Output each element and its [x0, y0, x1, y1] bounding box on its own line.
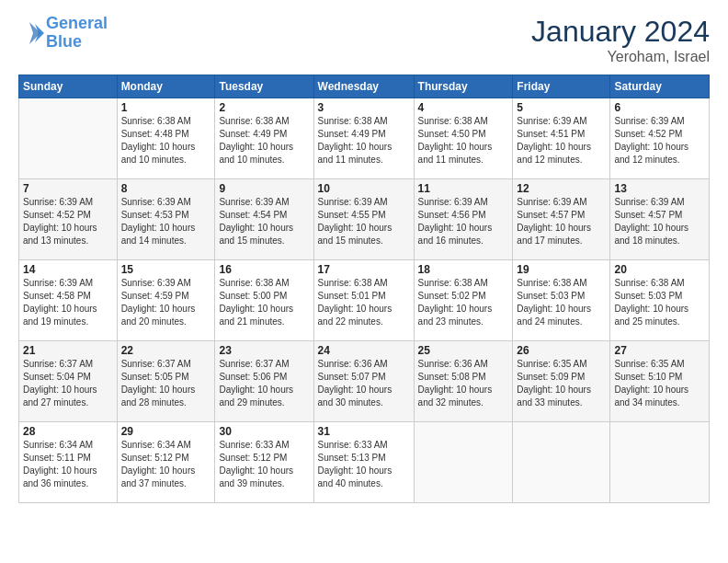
- logo-blue: Blue: [46, 32, 82, 51]
- day-info: Sunrise: 6:38 AM Sunset: 5:03 PM Dayligh…: [517, 277, 606, 328]
- day-number: 13: [614, 182, 705, 195]
- calendar-cell: 7Sunrise: 6:39 AM Sunset: 4:52 PM Daylig…: [19, 179, 118, 260]
- day-number: 5: [517, 101, 606, 114]
- calendar-cell: 5Sunrise: 6:39 AM Sunset: 4:51 PM Daylig…: [513, 98, 610, 179]
- day-info: Sunrise: 6:38 AM Sunset: 4:50 PM Dayligh…: [418, 115, 509, 167]
- day-number: 18: [418, 263, 509, 276]
- day-info: Sunrise: 6:39 AM Sunset: 4:55 PM Dayligh…: [318, 196, 410, 247]
- day-number: 21: [23, 344, 113, 357]
- calendar-cell: 30Sunrise: 6:33 AM Sunset: 5:12 PM Dayli…: [215, 422, 313, 503]
- calendar-cell: 10Sunrise: 6:39 AM Sunset: 4:55 PM Dayli…: [313, 179, 414, 260]
- calendar-cell: [19, 98, 118, 179]
- calendar-week-4: 21Sunrise: 6:37 AM Sunset: 5:04 PM Dayli…: [19, 341, 710, 422]
- calendar-cell: 29Sunrise: 6:34 AM Sunset: 5:12 PM Dayli…: [117, 422, 215, 503]
- calendar-cell: 18Sunrise: 6:38 AM Sunset: 5:02 PM Dayli…: [414, 260, 513, 341]
- day-info: Sunrise: 6:36 AM Sunset: 5:07 PM Dayligh…: [318, 358, 410, 409]
- day-info: Sunrise: 6:35 AM Sunset: 5:09 PM Dayligh…: [517, 358, 606, 409]
- day-number: 22: [121, 344, 211, 357]
- location-title: Yeroham, Israel: [531, 49, 710, 65]
- day-number: 29: [121, 425, 211, 438]
- day-number: 31: [318, 425, 410, 438]
- day-info: Sunrise: 6:37 AM Sunset: 5:06 PM Dayligh…: [219, 358, 309, 409]
- day-info: Sunrise: 6:39 AM Sunset: 4:57 PM Dayligh…: [517, 196, 606, 247]
- calendar-cell: 4Sunrise: 6:38 AM Sunset: 4:50 PM Daylig…: [414, 98, 513, 179]
- calendar-cell: 12Sunrise: 6:39 AM Sunset: 4:57 PM Dayli…: [513, 179, 610, 260]
- calendar-cell: 20Sunrise: 6:38 AM Sunset: 5:03 PM Dayli…: [610, 260, 710, 341]
- day-number: 30: [219, 425, 309, 438]
- day-info: Sunrise: 6:39 AM Sunset: 4:51 PM Dayligh…: [517, 115, 606, 167]
- calendar-week-3: 14Sunrise: 6:39 AM Sunset: 4:58 PM Dayli…: [19, 260, 710, 341]
- day-info: Sunrise: 6:39 AM Sunset: 4:52 PM Dayligh…: [614, 115, 705, 167]
- calendar-cell: 25Sunrise: 6:36 AM Sunset: 5:08 PM Dayli…: [414, 341, 513, 422]
- calendar-header-row: SundayMondayTuesdayWednesdayThursdayFrid…: [19, 75, 710, 98]
- calendar-cell: 22Sunrise: 6:37 AM Sunset: 5:05 PM Dayli…: [117, 341, 215, 422]
- day-number: 11: [418, 182, 509, 195]
- day-number: 10: [318, 182, 410, 195]
- calendar-week-2: 7Sunrise: 6:39 AM Sunset: 4:52 PM Daylig…: [19, 179, 710, 260]
- day-number: 14: [23, 263, 113, 276]
- day-info: Sunrise: 6:39 AM Sunset: 4:53 PM Dayligh…: [121, 196, 211, 247]
- day-number: 28: [23, 425, 113, 438]
- day-info: Sunrise: 6:37 AM Sunset: 5:04 PM Dayligh…: [23, 358, 113, 409]
- day-number: 27: [614, 344, 705, 357]
- day-info: Sunrise: 6:39 AM Sunset: 4:58 PM Dayligh…: [23, 277, 113, 328]
- day-info: Sunrise: 6:33 AM Sunset: 5:12 PM Dayligh…: [219, 439, 309, 490]
- calendar-cell: 9Sunrise: 6:39 AM Sunset: 4:54 PM Daylig…: [215, 179, 313, 260]
- day-number: 12: [517, 182, 606, 195]
- logo: General Blue: [18, 15, 108, 52]
- day-number: 24: [318, 344, 410, 357]
- day-info: Sunrise: 6:38 AM Sunset: 5:01 PM Dayligh…: [318, 277, 410, 328]
- calendar-header-tuesday: Tuesday: [215, 75, 313, 98]
- calendar-cell: 16Sunrise: 6:38 AM Sunset: 5:00 PM Dayli…: [215, 260, 313, 341]
- svg-marker-1: [29, 22, 40, 44]
- title-block: January 2024 Yeroham, Israel: [531, 15, 710, 65]
- calendar-cell: 11Sunrise: 6:39 AM Sunset: 4:56 PM Dayli…: [414, 179, 513, 260]
- day-number: 20: [614, 263, 705, 276]
- day-number: 2: [219, 101, 309, 114]
- day-number: 7: [23, 182, 113, 195]
- calendar-cell: 31Sunrise: 6:33 AM Sunset: 5:13 PM Dayli…: [313, 422, 414, 503]
- calendar-cell: 26Sunrise: 6:35 AM Sunset: 5:09 PM Dayli…: [513, 341, 610, 422]
- day-number: 17: [318, 263, 410, 276]
- logo-icon: [18, 20, 44, 46]
- day-info: Sunrise: 6:38 AM Sunset: 5:02 PM Dayligh…: [418, 277, 509, 328]
- month-title: January 2024: [531, 15, 710, 49]
- calendar-cell: 6Sunrise: 6:39 AM Sunset: 4:52 PM Daylig…: [610, 98, 710, 179]
- calendar-cell: 8Sunrise: 6:39 AM Sunset: 4:53 PM Daylig…: [117, 179, 215, 260]
- calendar-header-monday: Monday: [117, 75, 215, 98]
- calendar-cell: 14Sunrise: 6:39 AM Sunset: 4:58 PM Dayli…: [19, 260, 118, 341]
- day-info: Sunrise: 6:35 AM Sunset: 5:10 PM Dayligh…: [614, 358, 705, 409]
- calendar-week-1: 1Sunrise: 6:38 AM Sunset: 4:48 PM Daylig…: [19, 98, 710, 179]
- calendar-cell: [513, 422, 610, 503]
- calendar-header-thursday: Thursday: [414, 75, 513, 98]
- day-number: 6: [614, 101, 705, 114]
- day-info: Sunrise: 6:34 AM Sunset: 5:11 PM Dayligh…: [23, 439, 113, 490]
- calendar-header-wednesday: Wednesday: [313, 75, 414, 98]
- day-info: Sunrise: 6:39 AM Sunset: 4:56 PM Dayligh…: [418, 196, 509, 247]
- day-number: 15: [121, 263, 211, 276]
- header: General Blue January 2024 Yeroham, Israe…: [18, 15, 710, 65]
- calendar-table: SundayMondayTuesdayWednesdayThursdayFrid…: [18, 75, 710, 503]
- calendar-cell: 28Sunrise: 6:34 AM Sunset: 5:11 PM Dayli…: [19, 422, 118, 503]
- day-number: 9: [219, 182, 309, 195]
- calendar-cell: 21Sunrise: 6:37 AM Sunset: 5:04 PM Dayli…: [19, 341, 118, 422]
- calendar-cell: 19Sunrise: 6:38 AM Sunset: 5:03 PM Dayli…: [513, 260, 610, 341]
- calendar-cell: 23Sunrise: 6:37 AM Sunset: 5:06 PM Dayli…: [215, 341, 313, 422]
- calendar-cell: 2Sunrise: 6:38 AM Sunset: 4:49 PM Daylig…: [215, 98, 313, 179]
- calendar-cell: 3Sunrise: 6:38 AM Sunset: 4:49 PM Daylig…: [313, 98, 414, 179]
- day-info: Sunrise: 6:39 AM Sunset: 4:52 PM Dayligh…: [23, 196, 113, 247]
- calendar-cell: 27Sunrise: 6:35 AM Sunset: 5:10 PM Dayli…: [610, 341, 710, 422]
- day-info: Sunrise: 6:39 AM Sunset: 4:57 PM Dayligh…: [614, 196, 705, 247]
- calendar-header-sunday: Sunday: [19, 75, 118, 98]
- day-number: 16: [219, 263, 309, 276]
- day-info: Sunrise: 6:38 AM Sunset: 4:48 PM Dayligh…: [121, 115, 211, 167]
- day-number: 3: [318, 101, 410, 114]
- day-info: Sunrise: 6:38 AM Sunset: 4:49 PM Dayligh…: [318, 115, 410, 167]
- logo-text: General Blue: [46, 15, 108, 52]
- day-info: Sunrise: 6:37 AM Sunset: 5:05 PM Dayligh…: [121, 358, 211, 409]
- day-info: Sunrise: 6:39 AM Sunset: 4:54 PM Dayligh…: [219, 196, 309, 247]
- calendar-cell: [414, 422, 513, 503]
- day-number: 1: [121, 101, 211, 114]
- day-number: 23: [219, 344, 309, 357]
- calendar-week-5: 28Sunrise: 6:34 AM Sunset: 5:11 PM Dayli…: [19, 422, 710, 503]
